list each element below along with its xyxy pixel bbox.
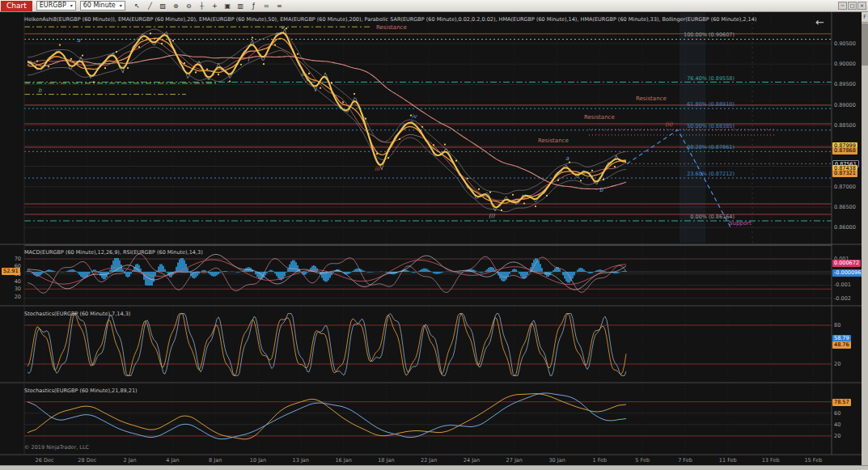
draw-line-icon[interactable]: ╱ xyxy=(144,1,156,11)
minimize-button[interactable]: ─ xyxy=(838,2,847,10)
bottom-scrollbar[interactable] xyxy=(0,465,868,470)
instrument-select[interactable]: EURGBP ▾ xyxy=(36,1,76,11)
chart-tab[interactable]: Chart xyxy=(1,1,32,11)
add-icon[interactable]: + xyxy=(209,1,221,11)
maximize-button[interactable]: □ xyxy=(848,2,857,10)
window-controls: ─□× xyxy=(838,2,866,10)
snapshot-icon[interactable]: ▣ xyxy=(222,1,234,11)
crosshair-icon[interactable]: ┼ xyxy=(196,1,208,11)
zoom-out-icon[interactable]: ⊖ xyxy=(183,1,195,11)
back-arrow-icon[interactable]: ← xyxy=(815,16,824,28)
cursor-icon[interactable]: ↖ xyxy=(131,1,143,11)
chart-style-icon[interactable]: ▥ xyxy=(235,1,247,11)
zigzag-icon[interactable]: ≈ xyxy=(260,1,273,11)
toolbar-icon-group: ↖╱▨⊕⊖┼+▣▥ƒ≈≡ xyxy=(131,1,286,11)
zoom-in-icon[interactable]: ⊕ xyxy=(170,1,182,11)
scrollbar-thumb[interactable] xyxy=(862,23,868,66)
list-icon[interactable]: ≡ xyxy=(273,1,286,11)
interval-select[interactable]: 60 Minute ▾ xyxy=(80,1,125,11)
chevron-down-icon: ▾ xyxy=(70,2,73,10)
f-button[interactable]: F xyxy=(862,12,868,23)
toolbar: Chart EURGBP ▾ 60 Minute ▾ ↖╱▨⊕⊖┼+▣▥ƒ≈≡ … xyxy=(0,0,868,12)
interval-value: 60 Minute xyxy=(83,2,116,10)
instrument-value: EURGBP xyxy=(40,2,66,10)
vertical-scrollbar[interactable]: F xyxy=(862,12,868,465)
chart-canvas xyxy=(0,0,868,470)
chevron-down-icon: ▾ xyxy=(120,2,122,10)
brush-icon[interactable]: ▨ xyxy=(157,1,169,11)
close-button[interactable]: × xyxy=(857,2,866,10)
indicators-icon[interactable]: ƒ xyxy=(248,1,260,11)
